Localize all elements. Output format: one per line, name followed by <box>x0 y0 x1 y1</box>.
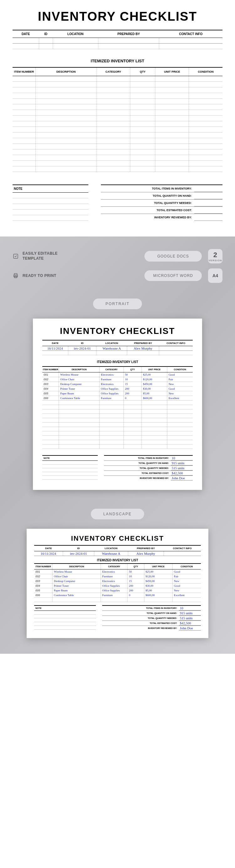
badge-gdocs: GOOGLE DOCS <box>144 251 202 261</box>
item-header: DESCRIPTION <box>53 563 101 569</box>
meta-val: Alex Murphy <box>127 346 159 351</box>
item-header: QTY <box>127 563 144 569</box>
meta-header: PREPARED BY <box>127 340 159 346</box>
note-label: NOTE <box>12 185 88 193</box>
item-header: UNIT PRICE <box>142 367 167 372</box>
feature-label: READY TO PRINT <box>23 274 56 278</box>
template-blank: INVENTORY CHECKLIST DATE ID LOCATION PRE… <box>0 0 235 237</box>
table-row: 001Wireless MouseElectronics50$25,00Good <box>34 569 201 574</box>
meta-val: inv-2024-01 <box>63 551 94 556</box>
items-table-landscape: ITEM NUMBER DESCRIPTION CATEGORY QTY UNI… <box>34 563 201 602</box>
page-title: INVENTORY CHECKLIST <box>34 534 201 542</box>
meta-header: LOCATION <box>94 545 128 551</box>
total-label: TOTAL ITEMS IN INVENTORY: <box>102 606 179 611</box>
table-row: 005Paper ReamOffice Supplies200$5,00New <box>42 391 193 396</box>
badge-versions: 2 VERSION <box>208 249 223 264</box>
table-row: 006Conference TableFurniture0$600,00Exce… <box>42 396 193 401</box>
meta-header: DATE <box>12 30 39 38</box>
table-row: 003Desktop ComputerElectronics15$450,00N… <box>42 382 193 386</box>
item-header: ITEM NUMBER <box>34 563 53 569</box>
total-val: 10 <box>179 606 201 611</box>
versions-sub: VERSION <box>208 259 222 262</box>
total-label: TOTAL QUANTITY NEEDED: <box>104 466 171 470</box>
item-header: DESCRIPTION <box>59 367 100 372</box>
total-val: $42,500 <box>171 471 193 475</box>
meta-val: 16/11/2024 <box>42 346 68 351</box>
item-header: CATEGORY <box>99 367 123 372</box>
table-row: 006Conference TableFurniture0$600,00Exce… <box>34 593 201 598</box>
meta-table: DATE ID LOCATION PREPARED BY CONTACT INF… <box>12 30 223 49</box>
meta-val: inv-2024-01 <box>68 346 96 351</box>
meta-header: CONTACT INFO <box>159 30 223 38</box>
feature-label: EASILY EDITABLE TEMPLATE <box>23 251 66 261</box>
orientation-landscape: LANDSCAPE <box>91 509 144 519</box>
total-label: TOTAL QUANTITY ON HAND: <box>104 461 171 465</box>
meta-header: DATE <box>34 545 63 551</box>
total-label: TOTAL QUANTITY ON HAND: <box>102 611 179 616</box>
item-header: CATEGORY <box>96 67 130 76</box>
badge-word: MICROSOFT WORD <box>144 270 202 281</box>
page-title: INVENTORY CHECKLIST <box>12 9 223 24</box>
meta-header: CONTACT INFO <box>164 545 201 551</box>
meta-header: ID <box>63 545 94 551</box>
meta-header: DATE <box>42 340 68 346</box>
totals-column: TOTAL ITEMS IN INVENTORY: TOTAL QUANTITY… <box>101 185 223 221</box>
total-label: TOTAL ITEMS IN INVENTORY: <box>101 185 194 192</box>
total-label: INVENTORY REVIEWED BY: <box>102 626 179 630</box>
total-val: 515 units <box>179 616 201 621</box>
table-row: 002Office ChairFurniture10$120,00Fair <box>42 377 193 382</box>
meta-header: PREPARED BY <box>128 545 164 551</box>
total-val: 915 units <box>171 461 193 465</box>
table-row: 005Paper ReamOffice Supplies200$5,00New <box>34 588 201 593</box>
item-header: UNIT PRICE <box>155 67 189 76</box>
total-label: TOTAL QUANTITY NEEDED: <box>101 199 194 207</box>
total-label: INVENTORY REVIEWED BY: <box>104 476 171 480</box>
total-label: TOTAL ESTIMATED COST: <box>101 207 194 214</box>
total-label: TOTAL ITEMS IN INVENTORY: <box>104 456 171 461</box>
item-header: ITEM NUMBER <box>12 67 36 76</box>
section-title: ITEMIZED INVENTORY LIST <box>34 559 201 562</box>
item-header: CONDITION <box>189 67 223 76</box>
meta-val: Warehouse A <box>96 346 127 351</box>
meta-val: Alex Murphy <box>128 551 164 556</box>
item-header: CATEGORY <box>101 563 127 569</box>
meta-val: 16/11/2024 <box>34 551 63 556</box>
meta-header: LOCATION <box>96 340 127 346</box>
meta-val: Warehouse A <box>94 551 128 556</box>
item-header: CONDITION <box>167 367 193 372</box>
section-title: ITEMIZED INVENTORY LIST <box>12 59 223 63</box>
feature-editable: EASILY EDITABLE TEMPLATE <box>12 251 138 261</box>
note-column: NOTE <box>12 185 88 221</box>
pencil-icon <box>12 253 19 259</box>
table-row: 002Office ChairFurniture10$120,00Fair <box>34 574 201 579</box>
total-label: TOTAL QUANTITY NEEDED: <box>102 616 179 621</box>
total-val: 10 <box>171 456 193 461</box>
table-row: 001Wireless MouseElectronics50$25,00Good <box>42 372 193 377</box>
versions-number: 2 <box>208 251 222 259</box>
total-label: TOTAL ESTIMATED COST: <box>102 621 179 625</box>
total-label: TOTAL ESTIMATED COST: <box>104 471 171 475</box>
note-label: NOTE <box>42 455 98 461</box>
section-title: ITEMIZED INVENTORY LIST <box>42 360 193 364</box>
table-row: 003Desktop ComputerElectronics15$450,00N… <box>34 579 201 584</box>
meta-val <box>159 346 193 351</box>
total-label: TOTAL QUANTITY ON HAND: <box>101 192 194 199</box>
total-val: 915 units <box>179 611 201 616</box>
total-label: INVENTORY REVIEWED BY: <box>101 214 194 221</box>
page-title: INVENTORY CHECKLIST <box>42 326 193 336</box>
item-header: CONDITION <box>173 563 201 569</box>
total-val: John Doe <box>171 476 193 480</box>
meta-header: PREPARED BY <box>98 30 159 38</box>
bottom-row: NOTE TOTAL ITEMS IN INVENTORY: TOTAL QUA… <box>12 185 223 221</box>
items-table-blank: ITEM NUMBER DESCRIPTION CATEGORY QTY UNI… <box>12 67 223 172</box>
table-row: 004Printer TonerOffice Supplies200$30,00… <box>34 584 201 588</box>
badge-a4: A4 <box>208 269 223 283</box>
svg-rect-0 <box>13 254 18 258</box>
table-row: 004Printer TonerOffice Supplies200$30,00… <box>42 386 193 391</box>
items-table-portrait: ITEM NUMBER DESCRIPTION CATEGORY QTY UNI… <box>42 366 193 449</box>
item-header: DESCRIPTION <box>36 67 96 76</box>
printer-icon <box>12 273 19 279</box>
total-val: $42,500 <box>179 621 201 625</box>
meta-header: CONTACT INFO <box>159 340 193 346</box>
meta-header: LOCATION <box>53 30 98 38</box>
